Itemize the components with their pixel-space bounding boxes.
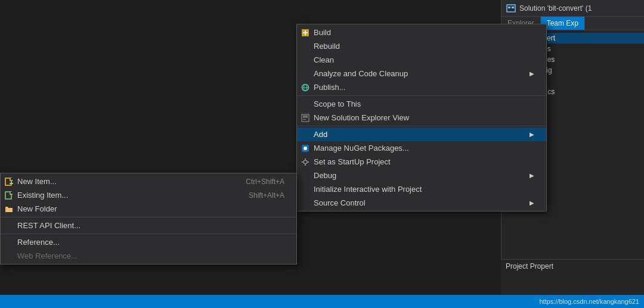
tab-team-explorer[interactable]: Team Exp xyxy=(541,17,585,30)
separator-1 xyxy=(297,95,546,96)
new-item-icon xyxy=(4,177,14,186)
menu-scope[interactable]: Scope to This xyxy=(297,97,546,111)
svg-rect-20 xyxy=(308,161,309,163)
add-submenu: New Item... Ctrl+Shift+A Existing Item..… xyxy=(0,173,297,265)
explorer-icon xyxy=(301,113,310,123)
svg-point-15 xyxy=(304,147,307,150)
svg-rect-19 xyxy=(302,161,303,163)
build-icon xyxy=(301,28,310,38)
submenu-new-item[interactable]: New Item... Ctrl+Shift+A xyxy=(1,175,296,188)
startup-gear-icon xyxy=(301,157,310,167)
menu-add[interactable]: Add ▶ xyxy=(297,127,546,141)
solution-explorer-header: Solution 'bit-convert' (1 xyxy=(501,0,644,17)
menu-rebuild[interactable]: Rebuild xyxy=(297,39,546,53)
project-properties-link[interactable]: Project Propert xyxy=(501,259,644,295)
menu-debug[interactable]: Debug ▶ xyxy=(297,169,546,182)
web-reference-icon xyxy=(4,251,14,261)
solution-icon xyxy=(506,4,516,13)
source-control-arrow: ▶ xyxy=(530,200,534,206)
existing-item-shortcut: Shift+Alt+A xyxy=(249,191,284,200)
scope-icon xyxy=(301,99,310,109)
menu-analyze[interactable]: Analyze and Code Cleanup ▶ xyxy=(297,67,546,80)
existing-item-icon xyxy=(4,191,14,200)
add-arrow: ▶ xyxy=(530,131,534,138)
menu-new-solution-view[interactable]: New Solution Explorer View xyxy=(297,111,546,125)
debug-icon xyxy=(301,171,310,181)
main-context-menu: Build Rebuild Clean Analyze and Code Cle… xyxy=(296,24,547,211)
analyze-arrow: ▶ xyxy=(530,70,534,77)
svg-rect-12 xyxy=(303,117,308,118)
debug-arrow: ▶ xyxy=(530,172,534,179)
menu-publish[interactable]: Publish... xyxy=(297,80,546,94)
svg-rect-6 xyxy=(305,30,306,35)
separator-2 xyxy=(297,126,546,126)
svg-rect-11 xyxy=(303,116,308,117)
svg-rect-2 xyxy=(512,7,514,8)
menu-clean[interactable]: Clean xyxy=(297,53,546,67)
menu-build[interactable]: Build xyxy=(297,26,546,39)
menu-source-control[interactable]: Source Control ▶ xyxy=(297,196,546,210)
submenu-separator-1 xyxy=(1,217,296,217)
nuget-icon xyxy=(301,144,310,153)
svg-rect-17 xyxy=(305,158,306,160)
menu-initialize-interactive[interactable]: Initialize Interactive with Project xyxy=(297,182,546,196)
svg-rect-13 xyxy=(303,119,306,120)
new-item-shortcut: Ctrl+Shift+A xyxy=(246,178,284,186)
rest-api-icon xyxy=(4,221,14,231)
submenu-existing-item[interactable]: Existing Item... Shift+Alt+A xyxy=(1,188,296,202)
menu-nuget[interactable]: Manage NuGet Packages... xyxy=(297,141,546,155)
solution-title: Solution 'bit-convert' (1 xyxy=(519,4,592,13)
svg-rect-18 xyxy=(305,164,306,166)
add-icon xyxy=(301,130,310,139)
reference-icon xyxy=(4,238,14,247)
submenu-web-reference[interactable]: Web Reference... xyxy=(1,249,296,263)
analyze-icon xyxy=(301,69,310,79)
clean-icon xyxy=(301,55,310,65)
svg-rect-25 xyxy=(10,183,13,184)
menu-startup[interactable]: Set as StartUp Project xyxy=(297,155,546,169)
rebuild-icon xyxy=(301,42,310,51)
submenu-reference[interactable]: Reference... xyxy=(1,235,296,249)
source-control-icon xyxy=(301,198,310,208)
submenu-new-folder[interactable]: New Folder xyxy=(1,202,296,216)
globe-icon xyxy=(301,83,310,92)
status-bar: https://blog.csdn.net/kangkang621 xyxy=(0,295,644,308)
status-url: https://blog.csdn.net/kangkang621 xyxy=(539,298,639,305)
svg-point-16 xyxy=(304,160,307,164)
submenu-rest-api[interactable]: REST API Client... xyxy=(1,219,296,232)
folder-icon xyxy=(4,204,14,214)
submenu-separator-2 xyxy=(1,234,296,234)
interactive-icon xyxy=(301,185,310,194)
svg-rect-1 xyxy=(508,7,510,8)
